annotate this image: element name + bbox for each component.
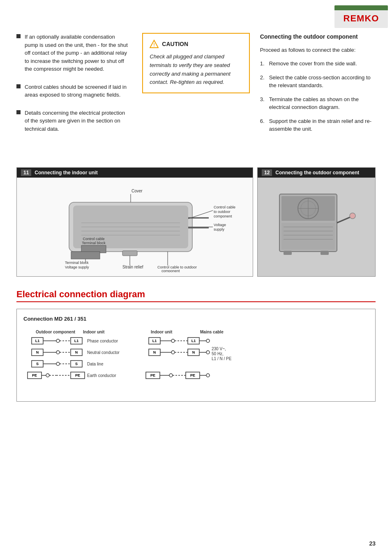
svg-text:L1: L1 <box>74 339 79 343</box>
svg-point-113 <box>206 374 210 377</box>
svg-text:N: N <box>36 350 39 354</box>
svg-text:to outdoor: to outdoor <box>214 210 231 214</box>
indoor-unit-diagram: 11 Connecting the indoor unit Terminal b… <box>16 167 253 277</box>
step-num: 2. <box>260 74 269 82</box>
svg-text:PE: PE <box>32 373 37 377</box>
bullet-icon <box>16 34 21 38</box>
main-content: If an optionally available condensation … <box>0 0 392 159</box>
svg-text:component: component <box>161 269 180 272</box>
svg-text:supply: supply <box>214 227 225 231</box>
svg-point-54 <box>56 339 60 342</box>
svg-point-44 <box>350 213 355 219</box>
diagram-num: 11 <box>21 169 31 176</box>
step-num: 1. <box>260 60 269 68</box>
svg-rect-46 <box>321 251 329 255</box>
svg-rect-22 <box>71 252 100 259</box>
bullet-text-2: Control cables should be screened if lai… <box>25 83 128 99</box>
svg-text:Neutral conductor: Neutral conductor <box>87 350 120 355</box>
svg-point-99 <box>46 374 49 377</box>
svg-text:Phase conductor: Phase conductor <box>87 339 118 343</box>
caution-triangle-icon: ! <box>150 39 159 49</box>
svg-text:Control cable: Control cable <box>83 237 104 241</box>
list-item: 6. Support the cable in the strain relie… <box>260 117 376 133</box>
list-item: 1. Remove the cover from the side wall. <box>260 60 376 68</box>
page-number: 23 <box>369 540 376 547</box>
section-title: Connecting the outdoor component <box>260 33 376 41</box>
caution-box: ! CAUTION Check all plugged and clamped … <box>142 33 249 93</box>
svg-point-71 <box>56 351 60 354</box>
connection-box-title: Connection MD 261 / 351 <box>23 316 369 322</box>
electrical-section: Electrical connection diagram Connection… <box>16 289 376 402</box>
bullet-icon <box>16 110 21 114</box>
svg-text:L1: L1 <box>35 339 40 343</box>
svg-text:!: ! <box>153 42 155 47</box>
svg-rect-28 <box>122 251 137 256</box>
svg-text:N: N <box>75 350 78 354</box>
svg-text:Earth conductor: Earth conductor <box>87 373 116 378</box>
indoor-diagram-svg: Terminal block Control cable Cover Contr… <box>21 182 249 272</box>
step-text: Select the cable cross-section according… <box>269 74 376 90</box>
step-text: Support the cable in the strain relief a… <box>269 117 376 133</box>
svg-point-67 <box>206 339 210 342</box>
svg-text:Data line: Data line <box>87 362 104 366</box>
svg-point-62 <box>171 339 175 342</box>
bullet-text-3: Details concerning the electrical protec… <box>25 109 128 133</box>
svg-text:N: N <box>192 350 195 354</box>
svg-text:Voltage: Voltage <box>214 223 226 227</box>
right-column: Connecting the outdoor component Proceed… <box>256 33 376 143</box>
diagram-body <box>258 178 375 276</box>
outdoor-diagram-svg <box>262 182 371 272</box>
connection-diagram-svg: Outdoor component Indoor unit Indoor uni… <box>23 328 291 393</box>
diagram-title: Connecting the indoor unit <box>35 170 97 176</box>
svg-text:L1 / N / PE: L1 / N / PE <box>212 356 232 361</box>
steps-list: 1. Remove the cover from the side wall. … <box>260 60 376 133</box>
diagrams-section: 11 Connecting the indoor unit Terminal b… <box>16 167 376 277</box>
bullet-text-1: If an optionally available condensation … <box>25 33 128 73</box>
electrical-title: Electrical connection diagram <box>16 289 376 302</box>
left-column: If an optionally available condensation … <box>16 33 136 143</box>
list-item: Details concerning the electrical protec… <box>16 109 128 133</box>
step-num: 3. <box>260 95 269 104</box>
caution-label: CAUTION <box>162 41 188 47</box>
middle-column: ! CAUTION Check all plugged and clamped … <box>136 33 256 143</box>
svg-text:PE: PE <box>75 373 80 377</box>
logo-area: REMKO <box>334 4 388 29</box>
svg-line-43 <box>337 217 351 223</box>
list-item: If an optionally available condensation … <box>16 33 128 73</box>
svg-rect-45 <box>284 251 292 255</box>
svg-text:S: S <box>36 362 39 366</box>
diagram-body: Terminal block Control cable Cover Contr… <box>17 178 253 276</box>
caution-title: ! CAUTION <box>150 39 242 49</box>
diagram-title: Connecting the outdoor component <box>275 170 359 176</box>
outdoor-unit-diagram: 12 Connecting the outdoor component <box>257 167 376 277</box>
list-item: Control cables should be screened if lai… <box>16 83 128 99</box>
svg-text:component: component <box>214 214 232 218</box>
list-item: 2. Select the cable cross-section accord… <box>260 74 376 90</box>
diagram-header: 11 Connecting the indoor unit <box>17 168 253 178</box>
svg-text:Voltage supply: Voltage supply <box>65 265 89 269</box>
svg-text:N: N <box>153 350 156 354</box>
svg-text:Cover: Cover <box>131 189 143 193</box>
svg-text:L1: L1 <box>152 339 157 343</box>
electrical-box: Connection MD 261 / 351 Outdoor componen… <box>16 309 376 402</box>
svg-text:Indoor unit: Indoor unit <box>83 330 105 334</box>
svg-text:Strain relief: Strain relief <box>122 265 143 269</box>
step-num: 6. <box>260 117 269 125</box>
svg-point-79 <box>171 351 175 354</box>
logo-box: REMKO <box>334 5 388 28</box>
diagram-header: 12 Connecting the outdoor component <box>258 168 375 178</box>
section-intro: Proceed as follows to connect the cable: <box>260 46 376 54</box>
svg-text:PE: PE <box>150 373 155 377</box>
logo-green-bar <box>334 5 388 10</box>
svg-point-108 <box>169 374 173 377</box>
svg-text:Terminal block: Terminal block <box>65 261 89 265</box>
svg-text:Mains cable: Mains cable <box>200 330 224 334</box>
brand-name: REMKO <box>344 13 379 24</box>
svg-text:Terminal block: Terminal block <box>82 241 106 245</box>
caution-text: Check all plugged and clamped terminals … <box>150 53 242 87</box>
svg-text:Indoor unit: Indoor unit <box>151 330 173 334</box>
svg-text:Control cable: Control cable <box>214 205 235 209</box>
svg-text:50 Hz,: 50 Hz, <box>212 352 224 356</box>
svg-text:S: S <box>75 362 78 366</box>
list-item: 3. Terminate the cables as shown on the … <box>260 95 376 111</box>
